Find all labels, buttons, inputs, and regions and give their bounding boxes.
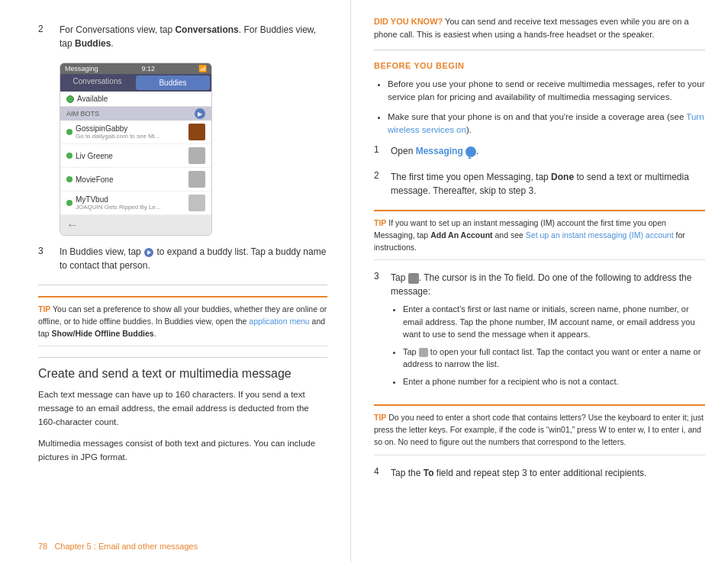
chapter-label: Chapter 5 : Email and other messages [54,542,198,551]
available-label: Available [77,95,108,103]
create-section: Create and send a text or multimedia mes… [38,367,327,464]
step-2-content: For Conversations view, tap Conversation… [60,23,327,50]
right-panel: DID YOU KNOW? You can send and receive t… [351,0,728,563]
right-step-4-row: 4 Tap the To field and repeat step 3 to … [374,466,705,480]
step-3-row: 3 In Buddies view, tap to expand a buddy… [38,245,327,272]
status-time: 9:12 [142,65,156,72]
app-menu-link[interactable]: application menu [249,317,309,326]
tip-bold-2: Add An Account [430,230,492,240]
status-left: Messaging [65,65,98,72]
right-step-2-row: 2 The first time you open Messaging, tap… [374,170,705,198]
contact-icon-1 [188,124,205,140]
right-step-2-number: 2 [374,170,391,181]
contact-icon-4 [188,195,205,211]
tip-text-3: Do you need to enter a short code that c… [374,413,704,446]
before-you-begin-section: BEFORE YOU BEGIN Before you use your pho… [374,61,705,137]
tip-box-1: TIP You can set a preference to show all… [38,296,327,346]
contact-dot-2 [66,153,72,159]
conversations-tab: Conversations [60,74,134,92]
r-s2-text: The first time you open Messaging, tap [391,172,551,182]
r-s3-before: Tap [391,272,408,283]
step-3-content: In Buddies view, tap to expand a buddy l… [60,245,327,272]
r-s3-after: . The cursor is in the To field. Do one … [391,272,691,297]
byb-bullet-1: Before you use your phone to send or rec… [388,78,705,105]
status-right: 📶 [198,65,207,72]
right-step-3-row: 3 Tap . The cursor is in the To field. D… [374,271,705,392]
contact-dot-3 [66,176,72,182]
step-2-bold1: Conversations [175,24,238,35]
right-step-3-content: Tap . The cursor is in the To field. Do … [391,271,705,392]
left-panel: 2 For Conversations view, tap Conversati… [0,0,351,563]
tip-box-2: TIP If you want to set up an instant mes… [374,210,705,260]
contact-icon-3 [188,171,205,188]
messaging-link[interactable]: Messaging [416,146,463,156]
available-dot [66,95,74,103]
page-footer: 78 Chapter 5 : Email and other messages [38,542,198,551]
divider-2 [38,357,327,358]
step-3-text: In Buddies view, tap [60,246,143,257]
right-step-4-content: Tap the To field and repeat step 3 to en… [391,466,705,480]
create-section-title: Create and send a text or multimedia mes… [38,367,327,381]
before-you-begin-title: BEFORE YOU BEGIN [374,61,705,70]
back-icon: ← [66,218,79,232]
tip-text2-2: and see [493,230,526,240]
contact-sub-1: Go to dailygab.com to see Mi... [76,133,185,140]
dyk-label: DID YOU KNOW? [374,17,443,26]
divider-1 [38,285,327,285]
step-2-number: 2 [38,23,60,34]
contact-row-4: MyTVbud JOAQUIN Gets Ripped By Le... [60,191,211,215]
right-step-3-number: 3 [374,271,391,282]
tip-label-2: TIP [374,218,386,227]
r-s1-before: Open [391,146,416,156]
step-2-text-end: . [111,38,113,49]
phone-status-bar: Messaging 9:12 📶 [60,63,211,74]
contact-icon-2 [188,147,205,164]
r-s4-text2: field and repeat step 3 to enter additio… [433,468,646,478]
create-para-1: Each text message can have up to 160 cha… [38,388,327,429]
page-number: 78 [38,542,47,551]
contact-name-4: MyTVbud [76,195,185,204]
s3-bullet-1: Enter a contact’s first or last name or … [403,303,705,341]
right-step-1-row: 1 Open Messaging . [374,144,705,158]
step-2-row: 2 For Conversations view, tap Conversati… [38,23,327,50]
r-s1-bold: Messaging [416,146,463,156]
r-s4-text: Tap the [391,468,424,478]
aim-bots-label: AIM BOTS [66,110,99,117]
s3-bullet-2: Tap to open your full contact list. Tap … [403,346,705,371]
tip-box-3: TIP Do you need to enter a short code th… [374,404,705,455]
create-para-2: Multimedia messages consist of both text… [38,437,327,465]
right-step-1-number: 1 [374,144,391,155]
contact-sub-4: JOAQUIN Gets Ripped By Le... [76,204,185,211]
expand-icon [143,247,154,258]
tip-label-3: TIP [374,413,386,422]
contact-name-1: GossipinGabby [76,124,185,133]
step-2-text-before: For Conversations view, tap [60,24,175,35]
right-step-2-content: The first time you open Messaging, tap D… [391,170,705,198]
contact-row-1: GossipinGabby Go to dailygab.com to see … [60,121,211,144]
contact-dot-1 [66,129,72,135]
section-dot: ▶ [195,108,205,119]
step-2-bold2: Buddies [75,38,111,49]
s3-bullet-3: Enter a phone number for a recipient who… [403,375,705,388]
tip-bold-1: Show/Hide Offline Buddies [52,329,154,338]
phone-screenshot: Messaging 9:12 📶 Conversations Buddies A… [60,63,212,236]
contacts-icon [419,348,428,357]
buddies-tab: Buddies [136,76,210,90]
tip-label-1: TIP [38,304,50,314]
r-s1-after: . [476,146,478,156]
step-3-bullets: Enter a contact’s first or last name or … [391,303,705,388]
phone-bottom: ← [60,215,211,235]
aim-bots-header: AIM BOTS ▶ [60,107,211,121]
turn-wireless-link[interactable]: Turn wireless services on [388,112,704,134]
im-account-link[interactable]: Set up an instant messaging (IM) account [526,230,674,240]
r-s2-bold: Done [551,172,574,182]
to-field-icon [408,273,419,284]
did-you-know-box: DID YOU KNOW? You can send and receive t… [374,15,705,50]
tip-text3-1: . [154,329,156,338]
contact-row-2: Liv Greene [60,144,211,168]
contact-name-2: Liv Greene [76,152,185,160]
before-you-begin-list: Before you use your phone to send or rec… [374,78,705,137]
messaging-bubble-icon [465,146,476,157]
byb-bullet-2: Make sure that your phone is on and that… [388,111,705,137]
contact-dot-4 [66,200,72,206]
